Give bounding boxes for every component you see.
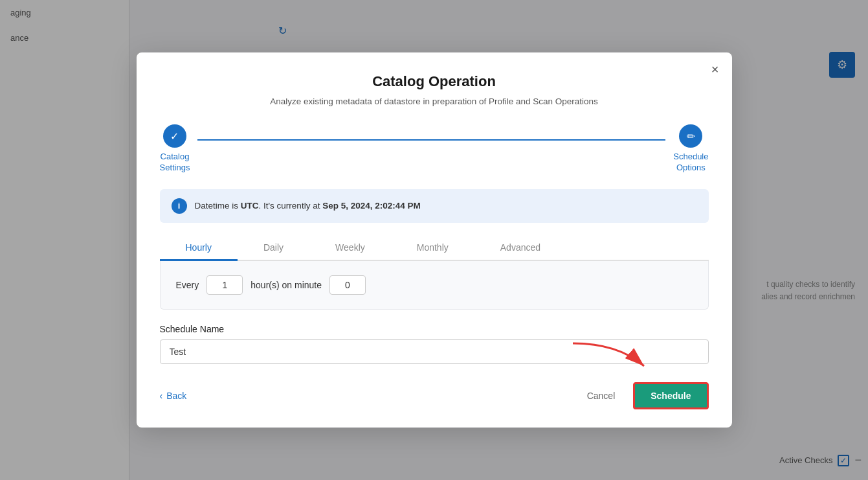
step-1-label: CatalogSettings <box>160 152 190 174</box>
back-label: Back <box>166 391 186 401</box>
modal-wrapper: × Catalog Operation Analyze existing met… <box>0 0 868 480</box>
step-2-label: ScheduleOptions <box>673 152 708 174</box>
step-2: ✏ ScheduleOptions <box>673 124 708 174</box>
stepper: ✓ CatalogSettings ✏ ScheduleOptions <box>160 124 709 174</box>
step-1: ✓ CatalogSettings <box>160 124 190 174</box>
info-text: Datetime is UTC. It's currently at Sep 5… <box>195 201 421 211</box>
hours-label: hour(s) on minute <box>250 280 322 290</box>
footer-right: Cancel Schedule <box>577 382 709 409</box>
info-icon: i <box>172 198 187 214</box>
modal-subtitle: Analyze existing metadata of datastore i… <box>160 97 709 106</box>
step-2-circle: ✏ <box>679 124 702 148</box>
info-banner: i Datetime is UTC. It's currently at Sep… <box>160 189 709 223</box>
tab-weekly[interactable]: Weekly <box>309 236 391 261</box>
close-button[interactable]: × <box>711 63 719 76</box>
minute-input[interactable] <box>329 275 366 295</box>
tab-advanced[interactable]: Advanced <box>474 236 566 261</box>
schedule-name-label: Schedule Name <box>160 324 709 334</box>
catalog-operation-modal: × Catalog Operation Analyze existing met… <box>137 52 732 428</box>
step-connector <box>197 139 665 141</box>
step-1-circle: ✓ <box>163 124 186 148</box>
schedule-content: Every hour(s) on minute <box>160 261 709 310</box>
hours-input[interactable] <box>206 275 243 295</box>
modal-title: Catalog Operation <box>160 73 709 90</box>
schedule-tabs: Hourly Daily Weekly Monthly Advanced <box>160 236 709 261</box>
modal-footer: ‹ Back Cancel Schedule <box>160 382 709 409</box>
cancel-button[interactable]: Cancel <box>577 385 626 406</box>
tab-hourly[interactable]: Hourly <box>160 236 238 261</box>
back-button[interactable]: ‹ Back <box>160 391 187 401</box>
schedule-button[interactable]: Schedule <box>633 382 708 409</box>
every-label: Every <box>176 280 199 290</box>
tab-daily[interactable]: Daily <box>238 236 309 261</box>
schedule-name-input[interactable] <box>160 339 709 364</box>
back-chevron-icon: ‹ <box>160 391 163 401</box>
tab-monthly[interactable]: Monthly <box>391 236 474 261</box>
schedule-name-section: Schedule Name <box>160 324 709 364</box>
